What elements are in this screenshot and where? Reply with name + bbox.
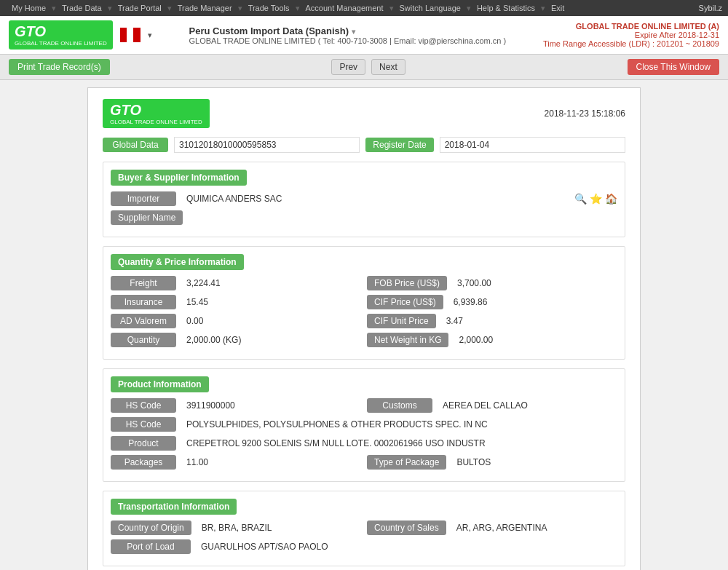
freight-label: Freight: [111, 276, 176, 290]
global-data-label[interactable]: Global Data: [103, 138, 168, 152]
nav-my-home[interactable]: My Home: [6, 4, 52, 12]
product-label: Product: [111, 436, 176, 451]
supplier-value: [189, 216, 617, 219]
nav-trade-tools[interactable]: Trade Tools: [242, 4, 296, 12]
supplier-row: Supplier Name: [111, 210, 617, 225]
importer-value: QUIMICA ANDERS SAC: [182, 192, 566, 205]
ad-valorem-label: AD Valorem: [111, 314, 176, 328]
importer-label: Importer: [111, 191, 176, 206]
nav-help-statistics[interactable]: Help & Statistics: [471, 4, 541, 12]
nav-trade-data[interactable]: Trade Data: [56, 4, 108, 12]
logo-sub: GLOBAL TRADE ONLINE LIMITED: [15, 40, 107, 47]
contact-info: GLOBAL TRADE ONLINE LIMITED ( Tel: 400-7…: [189, 36, 507, 45]
header-center: Peru Custom Import Data (Spanish) ▾ GLOB…: [189, 25, 507, 45]
freight-value: 3,224.41: [182, 277, 361, 290]
port-load-label: Port of Load: [111, 539, 191, 554]
close-button-top[interactable]: Close This Window: [628, 59, 719, 75]
hscode-customs-row: HS Code 3911900000 Customs AEREA DEL CAL…: [111, 398, 617, 413]
packages-type-row: Packages 11.00 Type of Package BULTOS: [111, 455, 617, 470]
transportation-header: Transportation Information: [111, 499, 237, 515]
country-origin-label: Country of Origin: [111, 520, 191, 535]
fob-price-label: FOB Price (US$): [367, 276, 447, 290]
quantity-price-header: Quantity & Price Information: [111, 254, 244, 270]
country-origin-sales-row: Country of Origin BR, BRA, BRAZIL Countr…: [111, 520, 617, 535]
nav-exit[interactable]: Exit: [545, 4, 570, 12]
header-banner: GTO GLOBAL TRADE ONLINE LIMITED ▾ Peru C…: [0, 16, 728, 55]
expire-info: Expire After 2018-12-31: [543, 31, 719, 39]
logo-text: GTO: [15, 23, 107, 40]
doc-timestamp: 2018-11-23 15:18:06: [545, 108, 625, 119]
insurance-label: Insurance: [111, 295, 176, 309]
cif-unit-value: 3.47: [442, 314, 617, 328]
quantity-price-section: Quantity & Price Information Freight 3,2…: [103, 246, 625, 360]
hs-code-value-1: 3911900000: [182, 399, 361, 412]
ad-valorem-value: 0.00: [182, 314, 361, 328]
cif-price-value: 6,939.86: [449, 296, 617, 309]
cif-unit-label: CIF Unit Price: [367, 314, 436, 328]
country-sales-label: Country of Sales: [367, 520, 446, 535]
top-toolbar: Print Trade Record(s) Prev Next Close Th…: [0, 55, 728, 80]
top-navigation: My Home ▾ Trade Data ▾ Trade Portal ▾ Tr…: [0, 0, 728, 16]
nav-account-management[interactable]: Account Management: [300, 4, 389, 12]
header-right: GLOBAL TRADE ONLINE LIMITED (A) Expire A…: [543, 22, 719, 48]
time-range: Time Range Accessible (LDR) : 201201 ~ 2…: [543, 39, 719, 48]
page-title: Peru Custom Import Data (Spanish) ▾: [189, 25, 507, 36]
search-icon[interactable]: 🔍: [574, 193, 587, 205]
print-button-top[interactable]: Print Trade Record(s): [9, 59, 110, 75]
customs-label: Customs: [367, 398, 432, 413]
country-flag[interactable]: [120, 28, 141, 42]
document: GTO GLOBAL TRADE ONLINE LIMITED 2018-11-…: [87, 87, 641, 570]
doc-logo: GTO GLOBAL TRADE ONLINE LIMITED: [103, 99, 210, 128]
buyer-supplier-section: Buyer & Supplier Information Importer QU…: [103, 162, 625, 237]
company-name: GLOBAL TRADE ONLINE LIMITED (A): [543, 22, 719, 31]
quantity-netweight-row: Quantity 2,000.00 (KG) Net Weight in KG …: [111, 333, 617, 347]
packages-label: Packages: [111, 455, 176, 470]
hs-code-row-2: HS Code POLYSULPHIDES, POLYSULPHONES & O…: [111, 417, 617, 432]
nav-trade-portal[interactable]: Trade Portal: [112, 4, 167, 12]
gto-logo: GTO GLOBAL TRADE ONLINE LIMITED: [9, 20, 113, 50]
freight-fob-row: Freight 3,224.41 FOB Price (US$) 3,700.0…: [111, 276, 617, 290]
quantity-value: 2,000.00 (KG): [182, 333, 361, 347]
doc-logo-box: GTO GLOBAL TRADE ONLINE LIMITED: [103, 99, 210, 128]
country-origin-value: BR, BRA, BRAZIL: [197, 521, 361, 534]
star-icon[interactable]: ⭐: [590, 193, 602, 205]
register-date-value: 2018-01-04: [440, 137, 625, 153]
user-name: Sybil.z: [699, 4, 722, 12]
advalorem-cifunit-row: AD Valorem 0.00 CIF Unit Price 3.47: [111, 314, 617, 328]
country-sales-value: AR, ARG, ARGENTINA: [452, 521, 617, 534]
importer-icons: 🔍 ⭐ 🏠: [574, 193, 617, 205]
next-button-top[interactable]: Next: [371, 59, 405, 75]
product-value: CREPETROL 9200 SOLENIS S/M NULL LOTE. 00…: [182, 437, 617, 450]
type-of-package-value: BULTOS: [452, 456, 617, 469]
hs-code-label-1: HS Code: [111, 398, 176, 413]
port-load-value: GUARULHOS APT/SAO PAOLO: [197, 540, 617, 553]
nav-trade-manager[interactable]: Trade Manager: [172, 4, 238, 12]
global-data-row: Global Data 31012018010000595853 Registe…: [103, 137, 625, 153]
logo-area: GTO GLOBAL TRADE ONLINE LIMITED ▾: [9, 20, 152, 50]
doc-header: GTO GLOBAL TRADE ONLINE LIMITED 2018-11-…: [103, 99, 625, 128]
net-weight-value: 2,000.00: [454, 333, 617, 347]
home-icon[interactable]: 🏠: [605, 193, 617, 205]
buyer-supplier-header: Buyer & Supplier Information: [111, 170, 247, 186]
fob-price-value: 3,700.00: [453, 277, 617, 290]
quantity-label: Quantity: [111, 333, 176, 347]
nav-switch-language[interactable]: Switch Language: [394, 4, 467, 12]
transportation-section: Transportation Information Country of Or…: [103, 491, 625, 566]
port-load-row: Port of Load GUARULHOS APT/SAO PAOLO: [111, 539, 617, 554]
register-date-label: Register Date: [365, 138, 433, 152]
packages-value: 11.00: [182, 456, 361, 469]
net-weight-label: Net Weight in KG: [367, 333, 448, 347]
product-section: Product Information HS Code 3911900000 C…: [103, 368, 625, 482]
insurance-cif-row: Insurance 15.45 CIF Price (US$) 6,939.86: [111, 295, 617, 309]
importer-row: Importer QUIMICA ANDERS SAC 🔍 ⭐ 🏠: [111, 191, 617, 206]
type-of-package-label: Type of Package: [367, 455, 446, 470]
main-content: GTO GLOBAL TRADE ONLINE LIMITED 2018-11-…: [0, 80, 728, 570]
product-row: Product CREPETROL 9200 SOLENIS S/M NULL …: [111, 436, 617, 451]
hs-code-label-2: HS Code: [111, 417, 176, 432]
global-data-value: 31012018010000595853: [174, 137, 360, 153]
cif-price-label: CIF Price (US$): [367, 295, 443, 309]
prev-button-top[interactable]: Prev: [331, 59, 365, 75]
customs-value: AEREA DEL CALLAO: [438, 399, 617, 412]
product-header: Product Information: [111, 376, 209, 392]
hs-code-value-2: POLYSULPHIDES, POLYSULPHONES & OTHER PRO…: [182, 418, 617, 431]
